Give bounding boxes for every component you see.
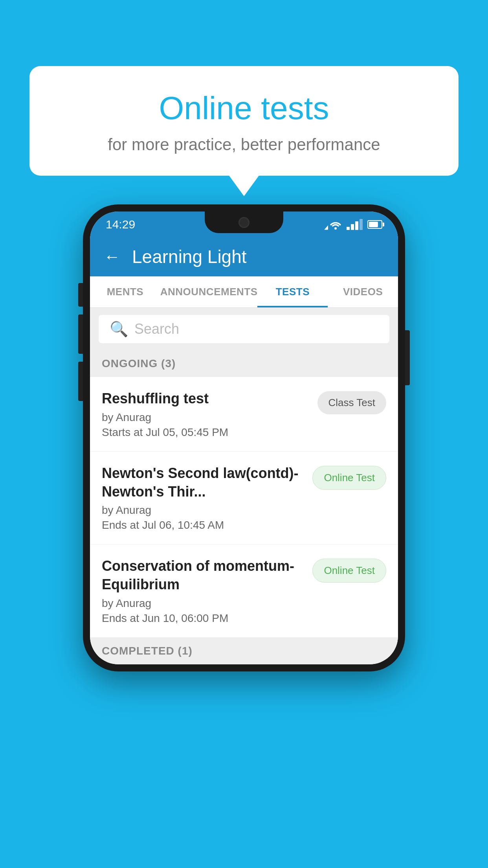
background: Online tests for more practice, better p… xyxy=(0,0,488,868)
app-header: ← Learning Light xyxy=(90,237,398,276)
phone-notch xyxy=(205,211,283,233)
svg-point-0 xyxy=(334,227,337,230)
phone-extra-button xyxy=(78,362,83,401)
test-date-2: Ends at Jul 06, 10:45 AM xyxy=(102,519,305,531)
search-icon: 🔍 xyxy=(110,320,128,338)
search-bar[interactable]: 🔍 Search xyxy=(99,315,389,343)
phone-wrapper: 14:29 xyxy=(83,204,405,671)
test-name-2: Newton's Second law(contd)-Newton's Thir… xyxy=(102,464,305,501)
test-date-1: Starts at Jul 05, 05:45 PM xyxy=(102,426,310,439)
test-badge-1: Class Test xyxy=(317,391,386,414)
test-item-conservation[interactable]: Conservation of momentum-Equilibrium by … xyxy=(90,544,398,638)
battery-icon xyxy=(367,220,382,229)
back-button[interactable]: ← xyxy=(104,247,120,266)
phone-screen: 14:29 xyxy=(90,211,398,664)
bubble-subtitle: for more practice, better performance xyxy=(49,135,439,154)
test-name-3: Conservation of momentum-Equilibrium xyxy=(102,557,305,594)
tabs-bar: MENTS ANNOUNCEMENTS TESTS VIDEOS xyxy=(90,276,398,308)
search-container: 🔍 Search xyxy=(90,308,398,350)
test-author-3: by Anurag xyxy=(102,597,305,610)
phone-camera xyxy=(238,217,250,228)
status-icons xyxy=(324,219,382,230)
speech-bubble: Online tests for more practice, better p… xyxy=(29,66,459,176)
phone-volume-down-button xyxy=(78,314,83,354)
ongoing-section-header: ONGOING (3) xyxy=(90,350,398,377)
test-info-3: Conservation of momentum-Equilibrium by … xyxy=(102,557,305,625)
wifi-icon xyxy=(324,219,342,230)
phone-outer: 14:29 xyxy=(83,204,405,671)
test-author-1: by Anurag xyxy=(102,411,310,424)
app-title: Learning Light xyxy=(132,246,247,267)
completed-label: COMPLETED (1) xyxy=(102,645,193,657)
search-placeholder: Search xyxy=(134,321,179,337)
phone-power-button xyxy=(405,330,410,385)
tab-announcements[interactable]: ANNOUNCEMENTS xyxy=(160,276,258,307)
speech-bubble-container: Online tests for more practice, better p… xyxy=(29,66,459,176)
status-time: 14:29 xyxy=(106,218,135,231)
phone-volume-up-button xyxy=(78,283,83,307)
tab-ments[interactable]: MENTS xyxy=(90,276,160,307)
test-info-2: Newton's Second law(contd)-Newton's Thir… xyxy=(102,464,305,532)
test-item-newton[interactable]: Newton's Second law(contd)-Newton's Thir… xyxy=(90,452,398,545)
ongoing-label: ONGOING (3) xyxy=(102,357,176,370)
test-info-1: Reshuffling test by Anurag Starts at Jul… xyxy=(102,390,310,439)
test-badge-2: Online Test xyxy=(312,466,386,490)
bubble-title: Online tests xyxy=(49,90,439,127)
signal-icon xyxy=(347,219,363,230)
test-list: Reshuffling test by Anurag Starts at Jul… xyxy=(90,377,398,638)
tab-tests[interactable]: TESTS xyxy=(257,276,328,307)
test-item-reshuffling[interactable]: Reshuffling test by Anurag Starts at Jul… xyxy=(90,377,398,452)
test-date-3: Ends at Jun 10, 06:00 PM xyxy=(102,612,305,625)
test-name-1: Reshuffling test xyxy=(102,390,310,408)
test-badge-3: Online Test xyxy=(312,559,386,583)
tab-videos[interactable]: VIDEOS xyxy=(328,276,398,307)
completed-section-header: COMPLETED (1) xyxy=(90,638,398,664)
test-author-2: by Anurag xyxy=(102,504,305,517)
